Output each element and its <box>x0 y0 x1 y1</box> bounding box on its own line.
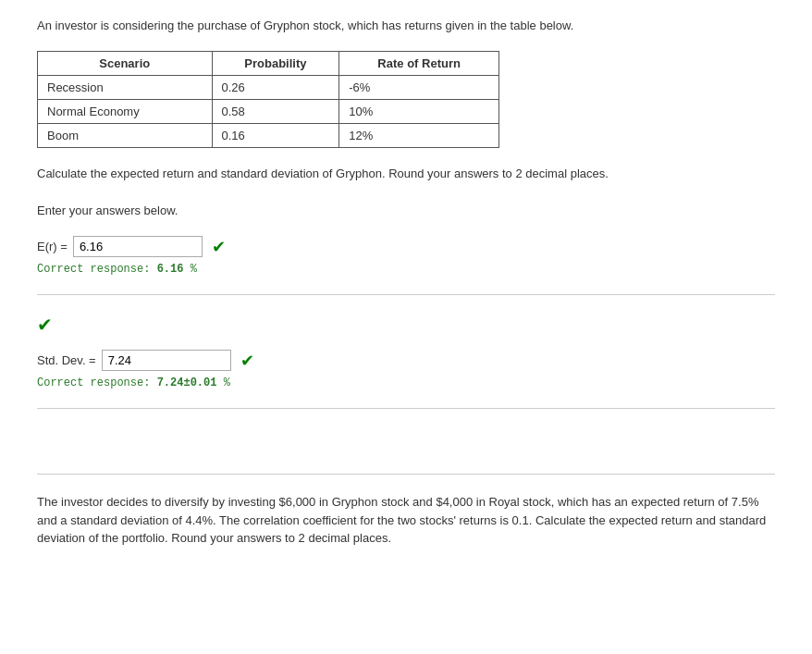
stddev-correct-response: Correct response: 7.24±0.01 % <box>37 376 775 389</box>
er-check-icon: ✔ <box>212 237 226 257</box>
er-section: E(r) = ✔ Correct response: 6.16 % <box>37 236 775 276</box>
er-correct-prefix: Correct response: <box>37 263 157 276</box>
stddev-input[interactable] <box>102 350 231 371</box>
enter-answers-label: Enter your answers below. <box>37 204 775 217</box>
table-cell: Normal Economy <box>38 100 213 124</box>
divider-1 <box>37 294 775 295</box>
table-cell: 12% <box>339 124 499 148</box>
table-cell: 0.58 <box>212 100 339 124</box>
table-cell: Recession <box>38 76 213 100</box>
section-check-icon: ✔ <box>37 314 775 336</box>
stddev-correct-suffix: % <box>216 376 229 389</box>
table-cell: 0.26 <box>212 76 339 100</box>
col-header-rate-of-return: Rate of Return <box>339 52 499 76</box>
table-row: Boom0.1612% <box>38 124 499 148</box>
table-cell: -6% <box>339 76 499 100</box>
bottom-text: The investor decides to diversify by inv… <box>37 493 775 548</box>
table-cell: Boom <box>38 124 213 148</box>
stddev-correct-prefix: Correct response: <box>37 376 157 389</box>
er-label: E(r) = <box>37 240 68 253</box>
stddev-section: Std. Dev. = ✔ Correct response: 7.24±0.0… <box>37 350 775 389</box>
table-row: Recession0.26-6% <box>38 76 499 100</box>
table-row: Normal Economy0.5810% <box>38 100 499 124</box>
stddev-answer-row: Std. Dev. = ✔ <box>37 350 775 371</box>
intro-text: An investor is considering the purchase … <box>37 19 775 32</box>
col-header-probability: Probability <box>212 52 339 76</box>
er-correct-response: Correct response: 6.16 % <box>37 263 775 276</box>
divider-3 <box>37 474 775 475</box>
data-table: Scenario Probability Rate of Return Rece… <box>37 51 499 148</box>
er-answer-row: E(r) = ✔ <box>37 236 775 257</box>
er-correct-value: 6.16 <box>157 263 184 276</box>
er-input[interactable] <box>73 236 203 257</box>
table-cell: 10% <box>339 100 499 124</box>
col-header-scenario: Scenario <box>38 52 213 76</box>
table-cell: 0.16 <box>212 124 339 148</box>
stddev-label: Std. Dev. = <box>37 353 96 367</box>
instructions-text: Calculate the expected return and standa… <box>37 167 775 180</box>
er-correct-suffix: % <box>183 263 196 276</box>
stddev-check-icon: ✔ <box>240 351 254 371</box>
divider-2 <box>37 408 775 409</box>
stddev-correct-value: 7.24±0.01 <box>157 376 217 389</box>
